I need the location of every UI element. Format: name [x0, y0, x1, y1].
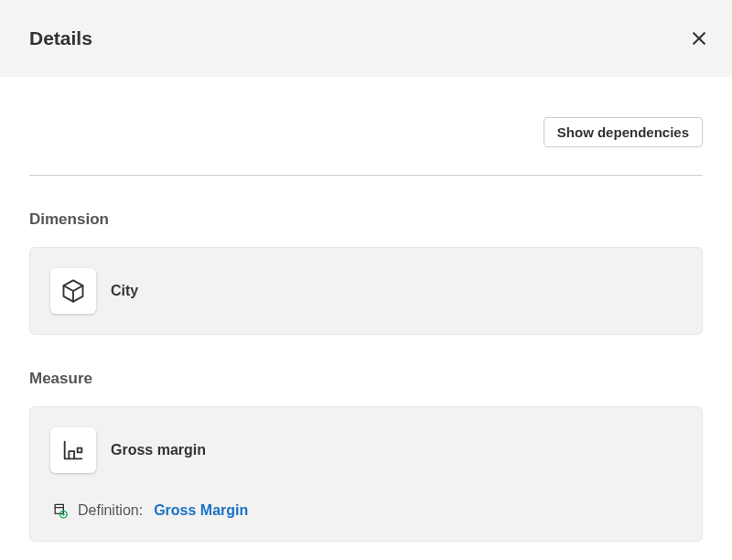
measure-card: Gross margin Definition: Gross Margin	[29, 406, 703, 542]
panel-body: Show dependencies Dimension City Measure	[0, 77, 732, 542]
actions-bar: Show dependencies	[29, 77, 703, 175]
svg-point-3	[62, 513, 65, 516]
divider	[29, 175, 703, 176]
definition-link[interactable]: Gross Margin	[154, 502, 248, 519]
cube-icon	[50, 268, 96, 314]
definition-icon	[50, 501, 70, 521]
panel-title: Details	[29, 27, 92, 49]
definition-row: Definition: Gross Margin	[50, 501, 682, 521]
show-dependencies-button[interactable]: Show dependencies	[544, 117, 703, 147]
definition-label: Definition:	[78, 502, 143, 519]
dimension-row: City	[50, 268, 682, 314]
dimension-name: City	[111, 283, 138, 299]
dimension-section-label: Dimension	[29, 210, 703, 229]
close-icon[interactable]	[688, 27, 710, 49]
panel-header: Details	[0, 0, 732, 77]
dimension-card: City	[29, 247, 703, 335]
measure-row: Gross margin	[50, 427, 682, 473]
chart-icon	[50, 427, 96, 473]
measure-section-label: Measure	[29, 370, 703, 388]
measure-name: Gross margin	[111, 442, 206, 458]
